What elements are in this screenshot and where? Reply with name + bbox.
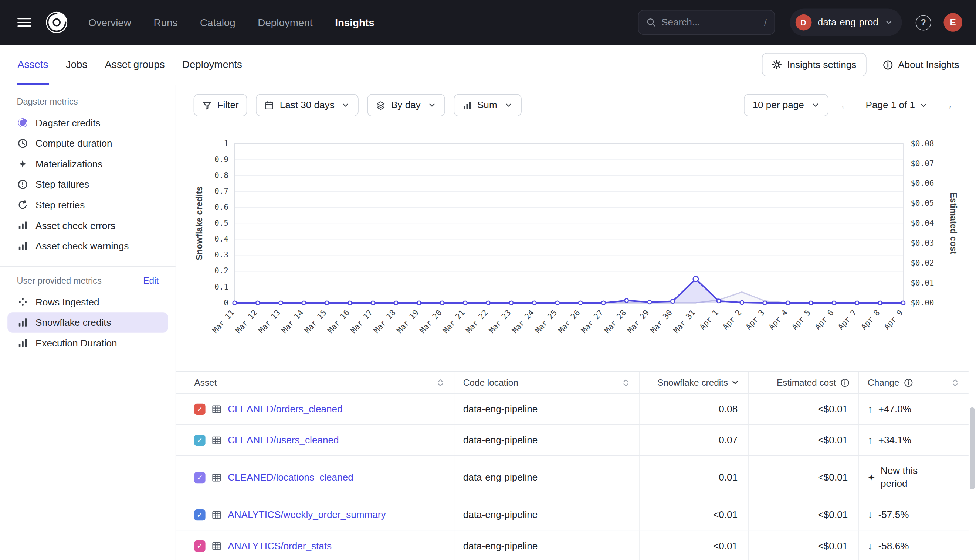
svg-text:$0.07: $0.07: [911, 159, 934, 168]
svg-text:$0.06: $0.06: [911, 178, 934, 188]
insights-settings-button[interactable]: Insights settings: [762, 53, 866, 77]
chevron-down-icon: [811, 101, 820, 110]
column-header-estimated-cost[interactable]: Estimated cost: [749, 372, 859, 393]
row-checkbox[interactable]: ✓: [194, 509, 205, 520]
row-checkbox[interactable]: ✓: [194, 472, 205, 483]
sidebar-section-title: Dagster metrics: [17, 97, 78, 107]
table-icon: [211, 472, 221, 482]
change-text: New this period: [881, 464, 935, 490]
svg-text:0.9: 0.9: [214, 155, 229, 164]
aggregation-dropdown[interactable]: Sum: [454, 94, 521, 117]
svg-text:$0.00: $0.00: [911, 298, 934, 307]
svg-text:0: 0: [224, 298, 229, 307]
tab-deployments[interactable]: Deployments: [182, 45, 242, 85]
info-icon[interactable]: [904, 378, 913, 387]
svg-text:0.2: 0.2: [214, 266, 229, 275]
chevron-down-icon: [884, 18, 893, 27]
sidebar-item-label: Compute duration: [35, 138, 112, 149]
cost-value: <$0.01: [749, 394, 859, 425]
per-page-label: 10 per page: [752, 99, 804, 110]
nav-item-catalog[interactable]: Catalog: [200, 17, 236, 28]
sort-icon[interactable]: [621, 378, 630, 387]
insights-main: Filter Last 30 days: [176, 85, 976, 560]
prev-page-button[interactable]: ←: [834, 94, 856, 117]
search-input[interactable]: Search... /: [638, 10, 774, 35]
column-header-snowflake-credits[interactable]: Snowflake credits: [640, 372, 749, 393]
nav-item-deployment[interactable]: Deployment: [258, 17, 313, 28]
secondary-series-area: [235, 292, 903, 303]
help-icon[interactable]: ?: [916, 15, 931, 30]
table-row: ✓ANALYTICS/order_statsdata-eng-pipeline<…: [176, 530, 968, 560]
table-row: ✓ANALYTICS/weekly_order_summarydata-eng-…: [176, 499, 968, 530]
user-avatar[interactable]: E: [943, 13, 962, 32]
svg-text:Mar 23: Mar 23: [487, 308, 512, 335]
chevron-down-icon: [919, 101, 928, 109]
column-header-code-location[interactable]: Code location: [455, 372, 640, 393]
svg-text:Apr 5: Apr 5: [790, 308, 812, 332]
sidebar-item-materializations[interactable]: Materializations: [7, 154, 168, 174]
date-range-dropdown[interactable]: Last 30 days: [256, 94, 359, 117]
nav-item-insights[interactable]: Insights: [335, 17, 374, 28]
sidebar-item-asset-check-warnings[interactable]: Asset check warnings: [7, 236, 168, 257]
deployment-switcher[interactable]: D data-eng-prod: [790, 9, 902, 36]
column-header-asset[interactable]: Asset: [176, 372, 455, 393]
sidebar-item-step-failures[interactable]: Step failures: [7, 174, 168, 195]
menu-icon[interactable]: [14, 14, 35, 31]
per-page-dropdown[interactable]: 10 per page: [744, 94, 829, 117]
svg-text:Mar 11: Mar 11: [211, 308, 236, 335]
sort-desc-icon[interactable]: [731, 378, 740, 387]
next-page-button[interactable]: →: [938, 94, 959, 117]
sort-icon[interactable]: [951, 378, 960, 387]
table-icon: [211, 435, 221, 445]
filter-label: Filter: [217, 99, 239, 110]
metrics-sidebar: Dagster metricsDagster creditsCompute du…: [0, 85, 176, 560]
asset-link[interactable]: ANALYTICS/order_stats: [228, 540, 332, 551]
sidebar-item-execution-duration[interactable]: Execution Duration: [7, 333, 168, 353]
snowflake-credits-line: [235, 279, 903, 303]
chevron-down-icon: [427, 101, 436, 110]
tab-jobs[interactable]: Jobs: [65, 45, 88, 85]
sort-icon[interactable]: [436, 378, 445, 387]
sidebar-item-asset-check-errors[interactable]: Asset check errors: [7, 215, 168, 236]
nav-item-runs[interactable]: Runs: [154, 17, 177, 28]
sidebar-item-compute-duration[interactable]: Compute duration: [7, 133, 168, 154]
about-insights-link[interactable]: About Insights: [882, 59, 959, 70]
asset-link[interactable]: ANALYTICS/weekly_order_summary: [228, 509, 386, 520]
sidebar-item-dagster-credits[interactable]: Dagster credits: [7, 113, 168, 133]
code-location: data-eng-pipeline: [463, 509, 538, 520]
scrollbar[interactable]: [970, 407, 974, 490]
code-location: data-eng-pipeline: [463, 403, 538, 415]
info-icon[interactable]: [840, 378, 849, 387]
svg-text:Mar 16: Mar 16: [326, 308, 351, 335]
nav-item-overview[interactable]: Overview: [89, 17, 131, 28]
tab-asset-groups[interactable]: Asset groups: [104, 45, 165, 85]
page-label: Page 1 of 1: [866, 99, 915, 110]
change-value: ↑+47.0%: [859, 394, 968, 425]
page-selector[interactable]: Page 1 of 1: [862, 99, 931, 110]
svg-text:0.1: 0.1: [214, 282, 229, 292]
sidebar-section-dagster-metrics: Dagster metricsDagster creditsCompute du…: [0, 91, 175, 256]
edit-metrics-link[interactable]: Edit: [143, 275, 159, 285]
column-header-change[interactable]: Change: [859, 372, 968, 393]
granularity-dropdown[interactable]: By day: [368, 94, 445, 117]
dagster-logo[interactable]: [43, 9, 70, 35]
tab-assets[interactable]: Assets: [17, 45, 49, 85]
alert-icon: [17, 179, 28, 190]
asset-link[interactable]: CLEANED/users_cleaned: [228, 434, 339, 445]
cost-value: <$0.01: [749, 456, 859, 499]
arrow-down-icon: ↓: [868, 509, 872, 520]
sidebar-item-rows-ingested[interactable]: Rows Ingested: [7, 292, 168, 313]
svg-text:0.3: 0.3: [214, 250, 229, 259]
sidebar-item-label: Asset check warnings: [35, 240, 129, 252]
filter-button[interactable]: Filter: [194, 94, 248, 117]
search-placeholder: Search...: [662, 17, 758, 28]
snowflake-credits-area: [235, 279, 903, 303]
sidebar-item-snowflake-credits[interactable]: Snowflake credits: [7, 312, 168, 333]
row-checkbox[interactable]: ✓: [194, 434, 205, 445]
row-checkbox[interactable]: ✓: [194, 403, 205, 415]
row-checkbox[interactable]: ✓: [194, 540, 205, 551]
asset-link[interactable]: CLEANED/orders_cleaned: [228, 403, 343, 415]
sidebar-item-step-retries[interactable]: Step retries: [7, 195, 168, 215]
bar-chart-icon: [17, 240, 28, 252]
asset-link[interactable]: CLEANED/locations_cleaned: [228, 472, 353, 483]
